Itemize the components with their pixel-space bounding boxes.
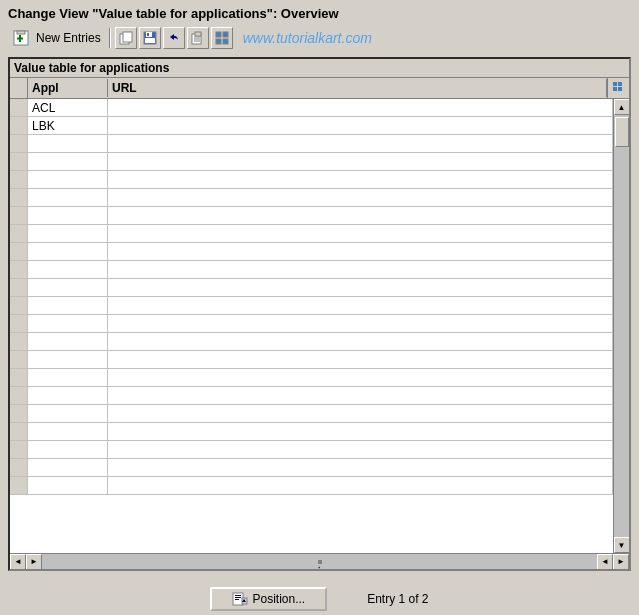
- table-row[interactable]: [10, 369, 613, 387]
- cell-url-15: [108, 369, 613, 386]
- table-row[interactable]: [10, 441, 613, 459]
- table-row[interactable]: [10, 477, 613, 495]
- scroll-left-button[interactable]: ◄: [597, 554, 613, 570]
- row-selector[interactable]: [10, 369, 28, 386]
- table-row[interactable]: [10, 387, 613, 405]
- cell-appl-20: [28, 459, 108, 476]
- svg-rect-18: [223, 39, 228, 44]
- row-selector[interactable]: [10, 117, 28, 134]
- cell-url-21: [108, 477, 613, 494]
- svg-rect-22: [618, 87, 622, 91]
- table-row[interactable]: [10, 207, 613, 225]
- table-row[interactable]: [10, 351, 613, 369]
- svg-rect-26: [235, 599, 239, 600]
- table-header: Appl URL: [10, 78, 629, 99]
- cell-url-7: [108, 225, 613, 242]
- cell-url-20: [108, 459, 613, 476]
- cell-appl-2: [28, 135, 108, 152]
- cell-appl-14: [28, 351, 108, 368]
- column-header-appl: Appl: [28, 79, 108, 97]
- cell-appl-3: [28, 153, 108, 170]
- cell-appl-6: [28, 207, 108, 224]
- watermark: www.tutorialkart.com: [243, 30, 372, 46]
- cell-appl-5: [28, 189, 108, 206]
- row-selector[interactable]: [10, 315, 28, 332]
- save-button[interactable]: [139, 27, 161, 49]
- table-wrapper: Appl URL: [10, 78, 629, 569]
- cell-appl-13: [28, 333, 108, 350]
- table-row[interactable]: ACL: [10, 99, 613, 117]
- table-row[interactable]: [10, 189, 613, 207]
- horizontal-scrollbar[interactable]: ◄ ► · ◄ ►: [10, 553, 629, 569]
- cell-appl-10: [28, 279, 108, 296]
- cell-url-19: [108, 441, 613, 458]
- vertical-scrollbar[interactable]: ▲ ▼: [613, 99, 629, 553]
- cell-appl-4: [28, 171, 108, 188]
- rows-area[interactable]: ACL LBK: [10, 99, 613, 553]
- cell-url-4: [108, 171, 613, 188]
- row-selector[interactable]: [10, 297, 28, 314]
- row-selector[interactable]: [10, 333, 28, 350]
- table-row[interactable]: [10, 297, 613, 315]
- grid-view-button[interactable]: [211, 27, 233, 49]
- row-selector[interactable]: [10, 153, 28, 170]
- scroll-track-h[interactable]: ·: [42, 554, 597, 569]
- cell-appl-12: [28, 315, 108, 332]
- row-selector[interactable]: [10, 99, 28, 116]
- row-selector[interactable]: [10, 225, 28, 242]
- cell-url-8: [108, 243, 613, 260]
- table-row[interactable]: LBK: [10, 117, 613, 135]
- paste-button[interactable]: [187, 27, 209, 49]
- row-selector[interactable]: [10, 405, 28, 422]
- table-row[interactable]: [10, 135, 613, 153]
- table-row[interactable]: [10, 243, 613, 261]
- row-selector[interactable]: [10, 135, 28, 152]
- scroll-down-button[interactable]: ▼: [614, 537, 630, 553]
- cell-url-5: [108, 189, 613, 206]
- cell-appl-8: [28, 243, 108, 260]
- row-selector[interactable]: [10, 387, 28, 404]
- row-selector[interactable]: [10, 423, 28, 440]
- table-row[interactable]: [10, 171, 613, 189]
- nav-left-button[interactable]: ◄: [10, 554, 26, 570]
- table-row[interactable]: [10, 225, 613, 243]
- copy-button[interactable]: [115, 27, 137, 49]
- table-row[interactable]: [10, 333, 613, 351]
- grid-icon: [612, 81, 626, 95]
- undo-button[interactable]: [163, 27, 185, 49]
- new-entries-button[interactable]: New Entries: [8, 27, 105, 49]
- svg-rect-15: [216, 32, 221, 37]
- svg-rect-25: [235, 597, 241, 598]
- row-selector[interactable]: [10, 351, 28, 368]
- new-entries-label: New Entries: [36, 31, 101, 45]
- position-button[interactable]: Position...: [210, 587, 327, 611]
- table-row[interactable]: [10, 261, 613, 279]
- row-selector[interactable]: [10, 477, 28, 494]
- row-selector[interactable]: [10, 171, 28, 188]
- table-row[interactable]: [10, 459, 613, 477]
- bottom-bar: Position... Entry 1 of 2: [0, 579, 639, 615]
- title-bar: Change View "Value table for application…: [0, 0, 639, 25]
- scroll-thumb-v[interactable]: [615, 117, 629, 147]
- cell-url-11: [108, 297, 613, 314]
- table-row[interactable]: [10, 315, 613, 333]
- row-selector[interactable]: [10, 441, 28, 458]
- row-selector[interactable]: [10, 459, 28, 476]
- table-row[interactable]: [10, 153, 613, 171]
- column-settings-button[interactable]: [607, 78, 629, 98]
- cell-url-1: [108, 117, 613, 134]
- row-selector[interactable]: [10, 207, 28, 224]
- row-selector[interactable]: [10, 279, 28, 296]
- table-row[interactable]: [10, 423, 613, 441]
- nav-right-button[interactable]: ►: [26, 554, 42, 570]
- scroll-track-v[interactable]: [614, 115, 629, 537]
- scroll-right-button[interactable]: ►: [613, 554, 629, 570]
- row-selector[interactable]: [10, 261, 28, 278]
- main-window: Change View "Value table for application…: [0, 0, 639, 615]
- row-selector[interactable]: [10, 189, 28, 206]
- row-selector[interactable]: [10, 243, 28, 260]
- cell-appl-0: ACL: [28, 99, 108, 116]
- scroll-up-button[interactable]: ▲: [614, 99, 630, 115]
- table-row[interactable]: [10, 279, 613, 297]
- table-row[interactable]: [10, 405, 613, 423]
